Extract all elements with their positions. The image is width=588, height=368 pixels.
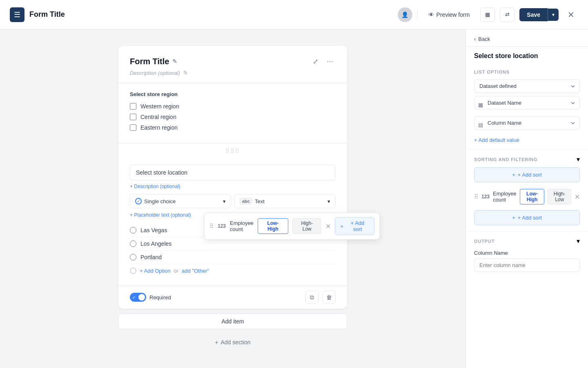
header-divider — [417, 10, 418, 20]
add-other-link[interactable]: add "Other" — [182, 268, 209, 274]
form-section-region: Select store region Western region Centr… — [118, 83, 347, 144]
type-select-text-inner: abc Text — [240, 198, 265, 204]
form-description: Description (optional) ✎ — [130, 70, 336, 76]
preview-button[interactable]: 👁 Preview form — [423, 8, 476, 21]
output-title: OUTPUT — [474, 239, 495, 244]
dataset-name-wrapper: ▦ Dataset Name — [474, 96, 580, 113]
add-item-button[interactable]: Add item — [118, 314, 347, 329]
form-section-footer: ✓ Required ⧉ 🗑 — [118, 285, 347, 309]
region-option-western[interactable]: Western region — [130, 103, 336, 110]
right-panel: ‹ Back Select store location LIST OPTION… — [466, 29, 588, 368]
description-optional-link[interactable]: + Description (optional) — [130, 184, 336, 189]
region-option-eastern[interactable]: Eastern region — [130, 124, 336, 131]
sort-drag-handle-icon[interactable]: ⠿ — [474, 193, 478, 200]
sort-low-high-button[interactable]: Low-High — [520, 189, 544, 204]
choice-chevron-icon: ▾ — [223, 198, 226, 204]
radio-text-los-angeles[interactable] — [140, 240, 336, 247]
form-card: Form Title ✎ ⤢ ⋯ Description (optional) … — [118, 46, 347, 309]
popup-sort-remove-button[interactable]: ✕ — [325, 222, 331, 230]
column-name-wrapper: ▤ Column Name — [474, 116, 580, 133]
popup-sort-type: 123 — [218, 223, 226, 229]
check-circle-icon: ✓ — [135, 198, 142, 204]
output-column-label: Column Name — [474, 250, 580, 256]
region-label-eastern: Eastern region — [140, 124, 178, 131]
add-section-row: + Add section — [118, 336, 347, 349]
back-arrow-icon: ‹ — [474, 36, 476, 42]
dataset-defined-select[interactable]: Dataset defined — [474, 79, 580, 93]
add-option-row: + Add Option or add "Other" — [130, 264, 336, 277]
sort-remove-button[interactable]: ✕ — [575, 193, 580, 201]
sorting-section-header[interactable]: SORTING AND FILTERING ▾ — [474, 155, 580, 163]
sort-field-name: Employee count — [493, 191, 517, 203]
abc-badge: abc — [240, 198, 252, 204]
arrows-icon-button[interactable]: ⇄ — [500, 7, 514, 22]
back-label: Back — [478, 36, 490, 42]
required-toggle-switch[interactable]: ✓ — [130, 293, 146, 302]
required-label: Required — [149, 294, 171, 301]
radio-item-portland — [130, 251, 336, 264]
modal-body: Form Title ✎ ⤢ ⋯ Description (optional) … — [0, 29, 588, 368]
popup-drag-handle-icon[interactable]: ⠿ — [209, 223, 214, 229]
list-options-title: LIST OPTIONS — [474, 70, 580, 74]
popup-add-sort-button[interactable]: + + Add sort — [335, 217, 374, 235]
dataset-name-select[interactable]: Dataset Name — [474, 96, 580, 110]
add-option-divider: or — [174, 268, 179, 274]
panel-back-button[interactable]: ‹ Back — [466, 29, 588, 47]
type-select-choice[interactable]: ✓ Single choice ▾ — [130, 194, 231, 208]
toggle-check-icon: ✓ — [132, 295, 136, 300]
sort-type-badge: 123 — [481, 194, 490, 200]
region-label-western: Western region — [140, 103, 179, 110]
sorting-chevron-icon: ▾ — [577, 155, 580, 163]
sorting-section-title: SORTING AND FILTERING — [474, 157, 537, 162]
close-button[interactable]: ✕ — [564, 7, 578, 22]
popup-plus-icon: + — [340, 223, 343, 229]
header-right: 👤 👁 Preview form ▦ ⇄ Save ▾ ✕ — [398, 7, 578, 22]
region-option-central[interactable]: Central region — [130, 114, 336, 120]
section-drag-handle[interactable]: ⠿⠿⠿ — [118, 144, 347, 158]
sort-high-low-button[interactable]: High-Low — [548, 189, 571, 204]
save-button[interactable]: Save — [519, 8, 548, 21]
copy-button[interactable]: ⧉ — [305, 291, 318, 304]
form-description-edit-icon[interactable]: ✎ — [183, 70, 187, 76]
form-card-header: Form Title ✎ ⤢ ⋯ Description (optional) … — [118, 46, 347, 83]
add-option-radio-placeholder — [130, 267, 136, 274]
add-option-link[interactable]: + Add Option — [140, 268, 171, 274]
add-sort-button-2[interactable]: + + Add sort — [474, 210, 580, 225]
output-section-header[interactable]: OUTPUT ▾ — [474, 237, 580, 245]
layout-icon-button[interactable]: ▦ — [480, 7, 495, 22]
add-sort-button[interactable]: + + Add sort — [474, 167, 580, 182]
radio-las-vegas[interactable] — [130, 227, 136, 233]
column-name-select[interactable]: Column Name — [474, 116, 580, 130]
type-select-choice-inner: ✓ Single choice — [135, 198, 176, 204]
type-select-text[interactable]: abc Text ▾ — [234, 194, 336, 208]
menu-icon[interactable]: ☰ — [10, 7, 24, 22]
location-title-input[interactable] — [130, 165, 336, 180]
region-label-central: Central region — [140, 114, 176, 120]
save-dropdown-button[interactable]: ▾ — [548, 9, 559, 21]
popup-low-high-button[interactable]: Low-High — [258, 218, 288, 234]
add-default-value-link[interactable]: + Add default value — [474, 137, 519, 143]
region-checkbox-western[interactable] — [130, 103, 136, 110]
required-toggle: ✓ Required — [130, 293, 171, 302]
delete-button[interactable]: 🗑 — [323, 291, 336, 304]
form-area: Form Title ✎ ⤢ ⋯ Description (optional) … — [0, 29, 466, 368]
region-checkbox-central[interactable] — [130, 114, 136, 120]
expand-button[interactable]: ⤢ — [310, 56, 321, 67]
plus-icon-2: + — [512, 215, 515, 221]
add-section-button[interactable]: + Add section — [208, 336, 257, 349]
type-selectors: ✓ Single choice ▾ abc Text ▾ — [130, 194, 336, 208]
output-chevron-icon: ▾ — [577, 237, 580, 245]
radio-los-angeles[interactable] — [130, 240, 136, 247]
form-title-edit-icon[interactable]: ✎ — [172, 58, 177, 65]
radio-portland[interactable] — [130, 254, 136, 260]
output-column-input[interactable] — [474, 258, 580, 272]
region-section-label: Select store region — [130, 91, 336, 97]
save-button-group: Save ▾ — [519, 8, 559, 21]
region-checkbox-eastern[interactable] — [130, 124, 136, 131]
modal: ☰ Form Title 👤 👁 Preview form ▦ ⇄ Save ▾… — [0, 0, 588, 368]
radio-text-portland[interactable] — [140, 254, 336, 260]
more-options-button[interactable]: ⋯ — [324, 56, 336, 67]
popup-sort-field: Employee count — [230, 220, 254, 232]
toggle-knob — [138, 294, 145, 301]
popup-high-low-button[interactable]: High-Low — [292, 218, 321, 234]
